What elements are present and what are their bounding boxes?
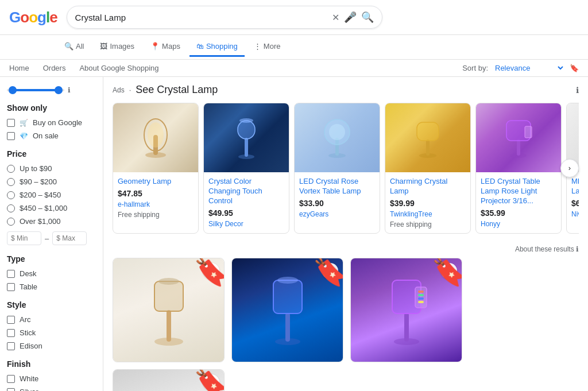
product-name-6[interactable]: MPG LED Crystal Lamp: [571, 177, 579, 196]
product-seller-6[interactable]: Nivtt Dog Cat Toy: [571, 210, 579, 218]
tab-more-label: More: [264, 42, 281, 51]
ads-label: Ads: [113, 86, 125, 94]
filter-on-sale[interactable]: 💎 On sale: [7, 131, 96, 140]
price-label-3: $200 – $450: [20, 191, 61, 199]
google-logo[interactable]: Google: [9, 9, 57, 26]
price-slider[interactable]: ℹ: [7, 86, 96, 94]
price-up-to-90[interactable]: Up to $90: [7, 164, 96, 173]
product-seller-1[interactable]: e-hallmark: [118, 200, 194, 208]
price-radio-5[interactable]: [7, 218, 15, 226]
svg-rect-25: [154, 281, 183, 311]
result-bookmark-4[interactable]: 🔖: [203, 374, 219, 390]
result-card-4[interactable]: 🔖: [113, 369, 225, 391]
nav-orders[interactable]: Orders: [43, 64, 66, 72]
filter-white[interactable]: White: [7, 374, 96, 383]
on-sale-label: On sale: [33, 131, 59, 140]
on-sale-checkbox[interactable]: [7, 132, 15, 140]
show-only-section: Show only 🛒 Buy on Google 💎 On sale: [7, 103, 96, 140]
table-label: Table: [20, 282, 37, 291]
result-image-4: 🔖: [113, 370, 224, 391]
stick-checkbox[interactable]: [7, 329, 15, 337]
mic-icon[interactable]: 🎤: [344, 11, 357, 24]
ad-product-2[interactable]: Crystal Color Changing Touch Control $49…: [203, 103, 289, 234]
product-seller-5[interactable]: Honyy: [481, 220, 556, 228]
result-image-1: 🔖: [113, 258, 224, 362]
white-checkbox[interactable]: [7, 375, 15, 383]
carousel-next-button[interactable]: ›: [560, 159, 579, 177]
bookmark-icon[interactable]: 🔖: [570, 64, 579, 72]
price-label-5: Over $1,000: [20, 217, 61, 226]
about-results-info-icon[interactable]: ℹ: [576, 245, 579, 253]
price-radio-2[interactable]: [7, 178, 15, 186]
price-450-1000[interactable]: $450 – $1,000: [7, 204, 96, 212]
price-max-input[interactable]: [52, 231, 87, 245]
ad-product-4[interactable]: Charming Crystal Lamp $39.99 TwinklingTr…: [385, 103, 471, 234]
table-checkbox[interactable]: [7, 283, 15, 291]
filter-desk[interactable]: Desk: [7, 269, 96, 278]
type-section: Type Desk Table: [7, 254, 96, 291]
tab-more[interactable]: ⋮ More: [247, 37, 288, 57]
ad-product-3[interactable]: LED Crystal Rose Vortex Table Lamp $33.9…: [294, 103, 380, 234]
result-card-3[interactable]: 🔖: [350, 258, 462, 362]
nav-home[interactable]: Home: [9, 64, 29, 72]
tab-shopping[interactable]: 🛍 Shopping: [189, 37, 245, 57]
product-seller-2[interactable]: Silky Decor: [208, 220, 284, 228]
buy-on-google-checkbox[interactable]: [7, 119, 15, 127]
tab-all[interactable]: 🔍 All: [57, 37, 91, 57]
about-results-link[interactable]: About these results: [515, 245, 574, 253]
price-radio-3[interactable]: [7, 191, 15, 199]
product-info-6: MPG LED Crystal Lamp $68.95 Nivtt Dog Ca…: [567, 172, 579, 233]
search-button[interactable]: 🔍: [361, 11, 374, 24]
price-over-1000[interactable]: Over $1,000: [7, 217, 96, 226]
result-card-1[interactable]: 🔖: [113, 258, 225, 362]
result-card-2[interactable]: 🔖: [231, 258, 343, 362]
silver-checkbox[interactable]: [7, 388, 15, 392]
cart-icon: 🛒: [20, 119, 28, 127]
filter-edison[interactable]: Edison: [7, 342, 96, 350]
type-title: Type: [7, 254, 96, 264]
about-results: About these results ℹ: [113, 245, 579, 253]
product-name-4[interactable]: Charming Crystal Lamp: [390, 177, 466, 196]
result-bookmark-3[interactable]: 🔖: [441, 263, 457, 279]
tab-maps[interactable]: 📍 Maps: [144, 37, 187, 57]
search-input[interactable]: [75, 13, 327, 22]
product-info-3: LED Crystal Rose Vortex Table Lamp $33.9…: [295, 172, 380, 233]
svg-rect-13: [426, 140, 430, 156]
ad-product-1[interactable]: Geometry Lamp $47.85 e-hallmark Free shi…: [113, 103, 199, 234]
images-icon: 🖼: [100, 42, 107, 51]
product-name-2[interactable]: Crystal Color Changing Touch Control: [208, 177, 284, 206]
price-min-input[interactable]: [7, 231, 41, 245]
ads-info-icon[interactable]: ℹ: [576, 86, 579, 95]
result-bookmark-1[interactable]: 🔖: [203, 263, 219, 279]
ad-product-5[interactable]: LED Crystal Table Lamp Rose Light Projec…: [475, 103, 562, 234]
price-radio-4[interactable]: [7, 204, 15, 212]
product-name-5[interactable]: LED Crystal Table Lamp Rose Light Projec…: [481, 177, 556, 206]
edison-checkbox[interactable]: [7, 342, 15, 350]
price-90-200[interactable]: $90 – $200: [7, 177, 96, 186]
result-bookmark-2[interactable]: 🔖: [322, 263, 338, 279]
price-label-4: $450 – $1,000: [20, 204, 67, 212]
product-name-1[interactable]: Geometry Lamp: [118, 177, 194, 187]
price-200-450[interactable]: $200 – $450: [7, 191, 96, 199]
style-title: Style: [7, 300, 96, 309]
slider-info-icon[interactable]: ℹ: [68, 86, 71, 94]
arc-checkbox[interactable]: [7, 316, 15, 324]
filter-stick[interactable]: Stick: [7, 328, 96, 337]
nav-about[interactable]: About Google Shopping: [79, 64, 158, 72]
svg-rect-32: [404, 313, 409, 342]
product-image-3: [295, 103, 380, 172]
product-seller-4[interactable]: TwinklingTree: [390, 210, 466, 218]
desk-checkbox[interactable]: [7, 270, 15, 278]
filter-arc[interactable]: Arc: [7, 315, 96, 324]
sort-select[interactable]: Relevance Price: Low to High Price: High…: [493, 63, 565, 73]
product-image-5: [476, 103, 561, 172]
sort-label: Sort by:: [462, 64, 488, 72]
product-seller-3[interactable]: ezyGears: [299, 210, 375, 218]
tab-images[interactable]: 🖼 Images: [93, 37, 141, 57]
product-name-3[interactable]: LED Crystal Rose Vortex Table Lamp: [299, 177, 375, 196]
filter-table[interactable]: Table: [7, 282, 96, 291]
filter-buy-on-google[interactable]: 🛒 Buy on Google: [7, 118, 96, 127]
clear-icon[interactable]: ✕: [332, 12, 339, 23]
filter-silver[interactable]: Silver: [7, 388, 96, 391]
price-radio-1[interactable]: [7, 165, 15, 173]
